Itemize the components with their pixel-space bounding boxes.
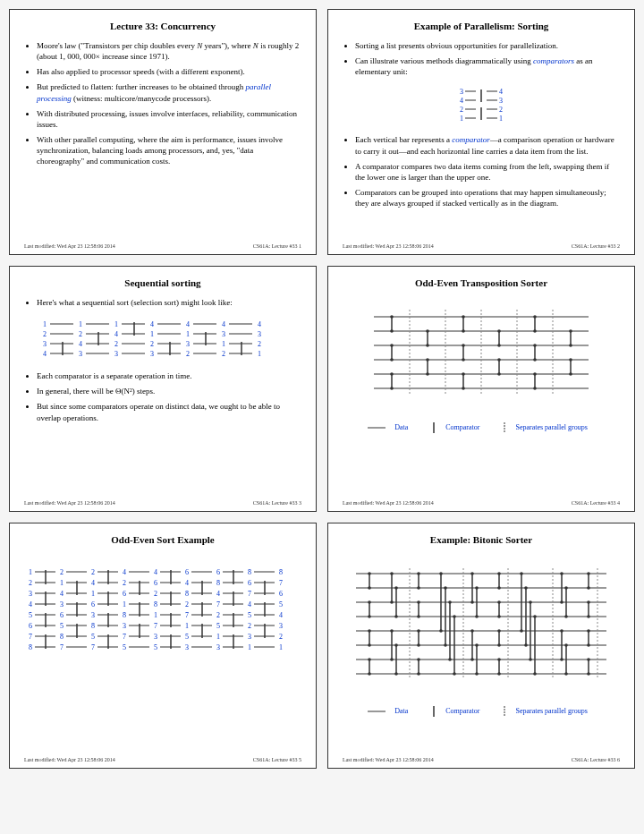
slide-title: Lecture 33: Concurrency bbox=[24, 21, 301, 31]
svg-point-389 bbox=[524, 643, 528, 647]
svg-text:4: 4 bbox=[258, 320, 261, 328]
svg-text:2: 2 bbox=[185, 600, 189, 608]
svg-point-355 bbox=[448, 600, 452, 604]
svg-text:3: 3 bbox=[216, 643, 220, 651]
slide-grid: Lecture 33: Concurrency Moore's law ("Tr… bbox=[9, 9, 635, 769]
svg-point-109 bbox=[462, 372, 465, 376]
svg-text:4: 4 bbox=[216, 590, 220, 598]
svg-point-122 bbox=[533, 358, 537, 362]
svg-point-392 bbox=[529, 658, 532, 661]
svg-point-128 bbox=[569, 344, 572, 347]
footer-left: Last modified: Wed Apr 23 12:58:06 2014 bbox=[343, 243, 434, 249]
svg-text:4: 4 bbox=[460, 97, 463, 105]
svg-text:1: 1 bbox=[185, 622, 189, 630]
svg-text:8: 8 bbox=[29, 643, 32, 651]
svg-text:2: 2 bbox=[279, 633, 283, 641]
legend: Data Comparator Separates parallel group… bbox=[343, 422, 620, 433]
svg-text:2: 2 bbox=[114, 340, 118, 348]
svg-text:5: 5 bbox=[60, 622, 64, 630]
slide-title: Odd-Even Transposition Sorter bbox=[343, 277, 620, 288]
svg-text:7: 7 bbox=[91, 643, 95, 651]
svg-point-119 bbox=[533, 329, 537, 333]
svg-text:3: 3 bbox=[186, 340, 190, 348]
legend-comparator: Comparator bbox=[431, 423, 487, 431]
svg-point-98 bbox=[426, 344, 429, 347]
slide-content: Moore's law ("Transistors per chip doubl… bbox=[24, 40, 301, 238]
svg-point-388 bbox=[524, 586, 528, 590]
svg-point-94 bbox=[390, 372, 394, 376]
link-comparator: comparator bbox=[452, 135, 490, 144]
bullet: Each comparator is a separate operation … bbox=[37, 370, 301, 381]
legend-separator: Separates parallel groups bbox=[503, 707, 594, 715]
svg-text:5: 5 bbox=[279, 600, 283, 608]
svg-point-118 bbox=[533, 315, 537, 319]
svg-text:3: 3 bbox=[123, 622, 126, 630]
svg-point-400 bbox=[564, 586, 568, 590]
svg-text:1: 1 bbox=[279, 643, 283, 651]
svg-text:8: 8 bbox=[279, 568, 283, 576]
slide-footer: Last modified: Wed Apr 23 12:58:06 2014 … bbox=[24, 757, 301, 762]
svg-text:5: 5 bbox=[123, 643, 126, 651]
footer-right: CS61A: Lecture #33 4 bbox=[572, 500, 620, 506]
svg-text:5: 5 bbox=[91, 633, 95, 641]
svg-text:1: 1 bbox=[60, 579, 64, 587]
svg-point-341 bbox=[417, 615, 420, 618]
slide-content: Here's what a sequential sort (selection… bbox=[24, 297, 301, 495]
svg-point-356 bbox=[448, 658, 452, 661]
svg-point-376 bbox=[497, 600, 501, 604]
svg-point-379 bbox=[497, 629, 501, 633]
svg-text:7: 7 bbox=[29, 633, 32, 641]
bullet: Comparators can be grouped into operatio… bbox=[355, 187, 620, 208]
slide-title: Example of Parallelism: Sorting bbox=[343, 21, 620, 31]
svg-text:2: 2 bbox=[258, 340, 261, 348]
footer-left: Last modified: Wed Apr 23 12:58:06 2014 bbox=[24, 757, 115, 762]
bitonic-diagram bbox=[347, 563, 615, 697]
svg-text:7: 7 bbox=[279, 579, 283, 587]
slide-1: Lecture 33: Concurrency Moore's law ("Tr… bbox=[9, 9, 317, 255]
svg-point-328 bbox=[394, 586, 398, 590]
svg-point-334 bbox=[394, 643, 398, 647]
svg-point-116 bbox=[497, 372, 501, 376]
svg-text:1: 1 bbox=[150, 330, 154, 338]
svg-point-127 bbox=[569, 329, 572, 333]
bullet: Can illustrate various methods diagramma… bbox=[355, 55, 620, 77]
svg-point-382 bbox=[497, 658, 501, 661]
svg-text:7: 7 bbox=[216, 600, 220, 608]
svg-text:2: 2 bbox=[123, 579, 126, 587]
svg-point-97 bbox=[426, 329, 429, 333]
legend-data: Data bbox=[368, 423, 415, 431]
svg-text:4: 4 bbox=[79, 340, 82, 348]
svg-text:3: 3 bbox=[499, 97, 503, 105]
svg-text:5: 5 bbox=[185, 633, 189, 641]
svg-text:2: 2 bbox=[499, 106, 503, 114]
svg-point-89 bbox=[390, 329, 394, 333]
svg-point-326 bbox=[390, 600, 394, 604]
slide-title: Example: Bitonic Sorter bbox=[343, 534, 620, 545]
svg-point-313 bbox=[368, 572, 371, 575]
svg-text:4: 4 bbox=[222, 320, 225, 328]
svg-text:4: 4 bbox=[248, 600, 251, 608]
svg-point-407 bbox=[564, 672, 568, 676]
footer-right: CS61A: Lecture #33 1 bbox=[253, 243, 301, 249]
svg-text:5: 5 bbox=[216, 622, 220, 630]
svg-point-371 bbox=[475, 672, 479, 676]
svg-point-419 bbox=[587, 672, 590, 676]
svg-point-377 bbox=[497, 615, 501, 618]
bullet: Here's what a sequential sort (selection… bbox=[37, 297, 301, 308]
svg-text:7: 7 bbox=[248, 590, 251, 598]
svg-point-100 bbox=[426, 358, 429, 362]
svg-point-394 bbox=[533, 615, 537, 618]
svg-point-124 bbox=[533, 372, 537, 376]
svg-point-409 bbox=[587, 572, 590, 575]
svg-text:6: 6 bbox=[248, 579, 251, 587]
svg-text:7: 7 bbox=[154, 622, 157, 630]
svg-text:1: 1 bbox=[460, 115, 463, 123]
svg-point-317 bbox=[368, 615, 371, 618]
svg-text:2: 2 bbox=[60, 568, 64, 576]
svg-text:2: 2 bbox=[222, 350, 225, 358]
footer-left: Last modified: Wed Apr 23 12:58:06 2014 bbox=[343, 500, 434, 506]
slide-3: Sequential sorting Here's what a sequent… bbox=[9, 266, 317, 512]
svg-point-361 bbox=[470, 572, 474, 575]
svg-point-104 bbox=[462, 329, 465, 333]
svg-text:1: 1 bbox=[186, 330, 190, 338]
